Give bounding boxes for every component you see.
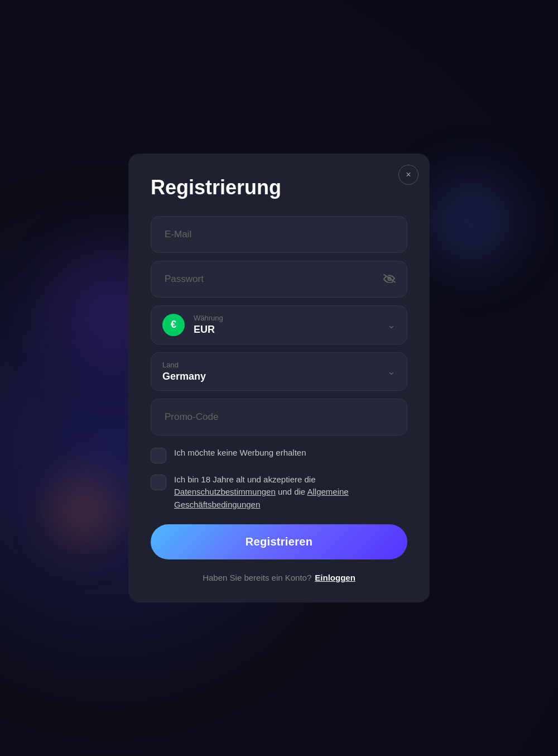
register-button[interactable]: Registrieren: [151, 524, 407, 559]
currency-info: Währung EUR: [194, 314, 382, 336]
bg-decoration-2: [28, 456, 140, 567]
login-prompt-text: Haben Sie bereits ein Konto?: [203, 573, 311, 582]
country-selector[interactable]: Land Germany ⌄: [151, 352, 407, 391]
close-button[interactable]: ×: [398, 165, 419, 185]
privacy-policy-link[interactable]: Datenschutzbestimmungen: [174, 487, 276, 496]
no-ads-label: Ich möchte keine Werbung erhalten: [174, 447, 306, 460]
country-label: Land: [162, 361, 382, 369]
age-terms-label: Ich bin 18 Jahre alt und akzeptiere die …: [174, 473, 407, 511]
registration-modal: × Registrierung € Währung EUR ⌄ Land: [128, 154, 430, 603]
age-terms-checkbox[interactable]: [151, 475, 166, 490]
country-value: Germany: [162, 371, 382, 382]
country-info: Land Germany: [162, 361, 382, 382]
toggle-password-icon[interactable]: [383, 272, 396, 285]
promo-field-container: [151, 399, 407, 436]
currency-label: Währung: [194, 314, 382, 322]
currency-value: EUR: [194, 324, 382, 336]
currency-selector[interactable]: € Währung EUR ⌄: [151, 305, 407, 344]
no-ads-row: Ich möchte keine Werbung erhalten: [151, 447, 407, 463]
no-ads-checkbox[interactable]: [151, 448, 166, 463]
checkboxes-section: Ich möchte keine Werbung erhalten Ich bi…: [151, 447, 407, 511]
promo-input[interactable]: [151, 399, 407, 435]
password-input[interactable]: [151, 261, 407, 297]
login-row: Haben Sie bereits ein Konto? Einloggen: [151, 573, 407, 582]
login-link[interactable]: Einloggen: [315, 573, 355, 582]
email-input[interactable]: [151, 217, 407, 252]
chevron-down-icon: ⌄: [387, 365, 396, 377]
chevron-down-icon: ⌄: [387, 319, 396, 331]
email-field-container: [151, 216, 407, 253]
modal-title: Registrierung: [151, 176, 407, 199]
currency-icon: €: [162, 314, 185, 336]
password-field-container: [151, 261, 407, 298]
age-terms-row: Ich bin 18 Jahre alt und akzeptiere die …: [151, 473, 407, 511]
